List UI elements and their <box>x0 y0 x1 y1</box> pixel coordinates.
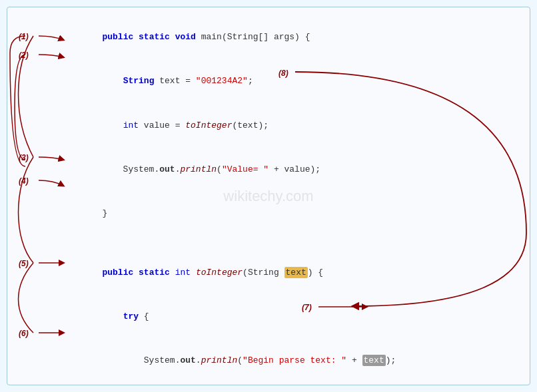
code-line: // An Exception can throw here (NumberFo… <box>61 383 516 392</box>
code-line: System.out.println("Value= " + value); <box>61 148 516 192</box>
label-8: (8) <box>278 69 288 78</box>
label-6: (6) <box>19 329 29 338</box>
label-4: (4) <box>19 176 29 186</box>
label-3: (3) <box>19 153 29 162</box>
code-line: try { <box>61 295 516 339</box>
code-container: public static void main(String[] args) {… <box>7 7 530 385</box>
code-line: System.out.println("Begin parse text: " … <box>61 339 516 383</box>
label-5: (5) <box>19 259 29 268</box>
code-line <box>61 236 516 250</box>
label-2: (2) <box>19 51 29 60</box>
label-7: (7) <box>302 303 312 312</box>
code-line: public static void main(String[] args) { <box>61 15 516 59</box>
code-line: int value = toInteger(text); <box>61 104 516 148</box>
code-line: } <box>61 192 516 236</box>
label-1: (1) <box>19 32 29 41</box>
code-line: String text = "001234A2"; <box>61 59 516 103</box>
code-line: public static int toInteger(String text)… <box>61 251 516 295</box>
